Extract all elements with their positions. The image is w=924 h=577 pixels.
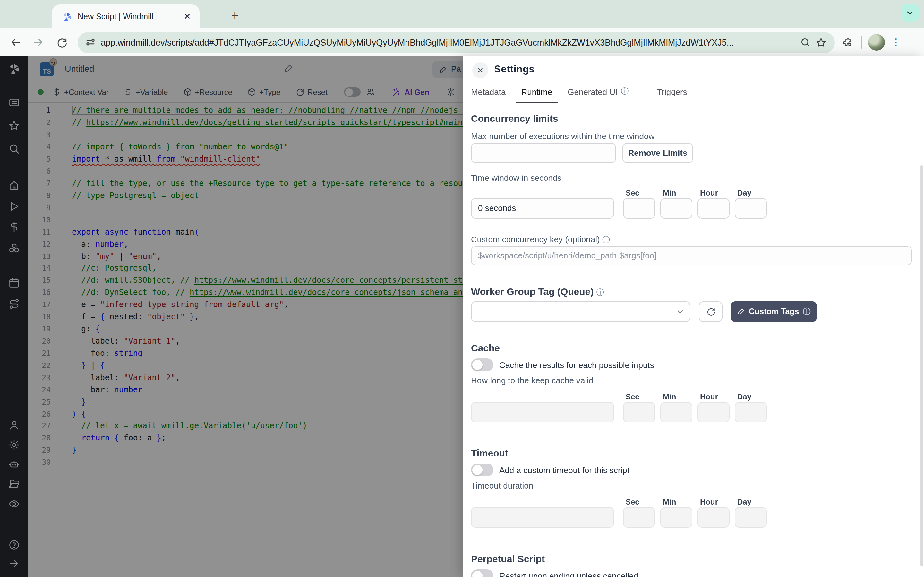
zoom-level-button[interactable] [798,35,813,50]
timeout-duration-label: Timeout duration [471,481,533,490]
profile-separator [861,36,863,49]
tune-icon[interactable] [86,37,95,47]
reload-button[interactable] [52,33,71,52]
tab-generated-ui[interactable]: Generated UIⓘ [567,83,628,103]
sidebar-item-flows[interactable] [8,298,20,309]
sec-label: Sec [626,498,640,506]
refresh-icon [706,307,715,316]
time-window-min-input[interactable] [660,198,692,219]
back-button[interactable] [6,33,25,52]
refresh-tags-button[interactable] [699,301,722,322]
sidebar-item-apps[interactable] [8,97,20,108]
sec-label: Sec [626,189,640,197]
tab-runtime[interactable]: Runtime [521,83,552,103]
timeout-sec-input [623,507,655,528]
url-text[interactable]: app.windmill.dev/scripts/add#JTdCJTIyaGF… [101,37,798,47]
sidebar-item-home[interactable] [8,180,20,192]
remove-limits-button[interactable]: Remove Limits [622,143,693,163]
timeout-toggle-label: Add a custom timeout for this script [499,466,630,475]
hour-label: Hour [700,392,718,401]
new-tab-button[interactable]: + [226,7,244,25]
profile-avatar[interactable] [868,34,885,51]
day-label: Day [737,392,751,401]
cache-min-input [660,402,692,422]
forward-button[interactable] [29,33,48,52]
back-icon [10,37,21,48]
time-window-hour-input[interactable] [698,198,730,219]
sidebar-item-search[interactable] [8,143,20,155]
concurrency-key-input[interactable]: $workspace/script/u/henri/demo_path-$arg… [471,246,912,266]
info-icon: ⓘ [621,87,628,95]
tab-list-chevron-button[interactable] [901,4,919,22]
sidebar-item-folders[interactable] [8,478,20,490]
extensions-button[interactable] [840,35,855,50]
sidebar-item-workers[interactable] [8,458,20,470]
time-window-day-input[interactable] [735,198,767,219]
timeout-heading: Timeout [471,448,508,458]
worker-group-select[interactable] [471,301,690,322]
sec-label: Sec [626,392,640,401]
settings-tabs: Metadata Runtime Generated UIⓘ Triggers [463,83,924,103]
drawer-scrollbar[interactable] [920,165,923,566]
cache-day-input [735,402,767,422]
sidebar-item-help[interactable] [8,539,20,551]
forward-icon [33,37,44,48]
tab-triggers[interactable]: Triggers [657,83,687,103]
timeout-toggle[interactable] [471,464,493,476]
sidebar-item-users[interactable] [8,419,20,431]
timeout-duration-display [471,507,614,528]
min-label: Min [663,498,676,506]
custom-tags-button[interactable]: Custom Tags ⓘ [731,301,817,322]
cache-hour-input [698,402,730,422]
perpetual-toggle-label: Restart upon ending unless cancelled [499,571,638,577]
max-executions-label: Max number of executions within the time… [471,131,654,141]
sidebar-divider [4,81,24,81]
magnifier-icon [800,37,811,47]
app-sidebar [0,56,28,577]
timeout-hour-input [698,507,730,528]
tab-close-icon[interactable]: ✕ [182,11,193,23]
sidebar-item-resources[interactable] [8,242,20,254]
info-icon: ⓘ [596,288,604,297]
time-window-sec-input[interactable] [623,198,655,219]
time-window-display: 0 seconds [471,198,614,219]
sidebar-item-schedules[interactable] [8,277,20,288]
drawer-title: Settings [494,63,535,75]
chevron-down-icon [676,308,684,316]
chevron-down-icon [906,9,914,17]
min-label: Min [663,392,676,401]
perpetual-script-heading: Perpetual Script [471,553,545,564]
sidebar-collapse-arrow[interactable] [8,558,20,569]
windmill-logo-icon[interactable] [8,63,20,75]
concurrency-key-label: Custom concurrency key (optional) ⓘ [471,235,610,244]
bookmark-star-button[interactable] [813,35,829,50]
sidebar-item-settings[interactable] [8,439,20,451]
pencil-icon [737,308,745,316]
browser-menu-button[interactable]: ⋮ [891,37,901,48]
info-icon: ⓘ [602,235,610,244]
sidebar-item-runs[interactable] [8,201,20,212]
close-drawer-button[interactable]: ✕ [472,62,488,78]
drawer-backdrop[interactable] [28,56,463,577]
puzzle-icon [842,37,853,48]
sidebar-item-favorites[interactable] [8,120,20,131]
windmill-favicon [62,12,72,21]
sidebar-item-audit-logs[interactable] [8,498,20,510]
cache-toggle[interactable] [471,358,493,371]
tab-title: New Script | Windmill [78,12,182,21]
url-bar[interactable]: app.windmill.dev/scripts/add#JTdCJTIyaGF… [78,32,835,53]
sidebar-divider [4,163,24,163]
timeout-min-input [660,507,692,528]
timeout-day-input [735,507,767,528]
perpetual-toggle[interactable] [471,569,493,577]
max-executions-input[interactable] [471,143,616,163]
hour-label: Hour [700,189,718,197]
cache-toggle-label: Cache the results for each possible inpu… [499,360,654,370]
hour-label: Hour [700,498,718,506]
sidebar-item-variables[interactable] [8,221,20,233]
tab-metadata[interactable]: Metadata [471,83,506,103]
cache-duration-display [471,402,614,422]
browser-tab[interactable]: New Script | Windmill ✕ [52,5,200,29]
toolbar-right: ⋮ [840,34,910,51]
browser-chrome: New Script | Windmill ✕ + app.windmill [0,0,924,56]
